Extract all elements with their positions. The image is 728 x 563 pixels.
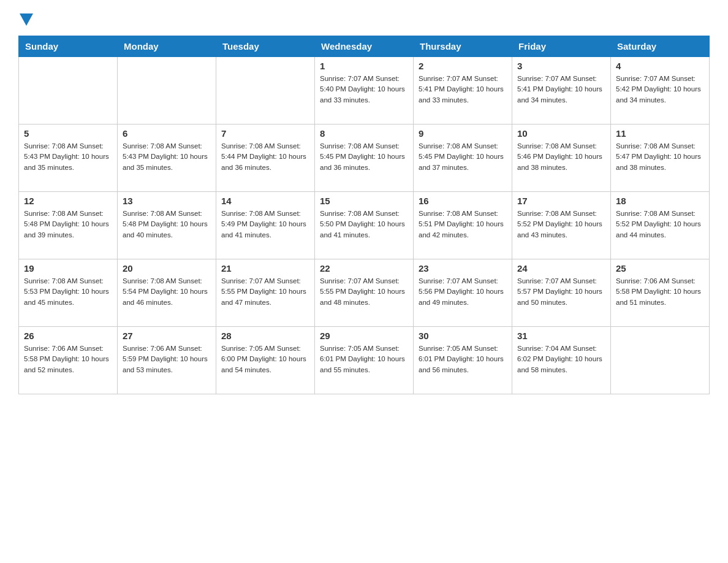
day-of-week-header: Monday <box>118 36 216 57</box>
calendar-cell: 1Sunrise: 7:07 AM Sunset: 5:40 PM Daylig… <box>315 57 414 124</box>
day-number: 1 <box>320 61 408 71</box>
day-info: Sunrise: 7:07 AM Sunset: 5:42 PM Dayligh… <box>616 74 704 105</box>
day-number: 21 <box>221 263 309 274</box>
calendar-week-row: 19Sunrise: 7:08 AM Sunset: 5:53 PM Dayli… <box>19 259 710 327</box>
calendar-cell: 14Sunrise: 7:08 AM Sunset: 5:49 PM Dayli… <box>216 192 315 259</box>
day-number: 28 <box>221 331 309 341</box>
calendar-cell: 11Sunrise: 7:08 AM Sunset: 5:47 PM Dayli… <box>611 124 710 192</box>
day-info: Sunrise: 7:08 AM Sunset: 5:52 PM Dayligh… <box>616 209 704 240</box>
calendar-cell: 3Sunrise: 7:07 AM Sunset: 5:41 PM Daylig… <box>512 57 611 124</box>
calendar-cell: 4Sunrise: 7:07 AM Sunset: 5:42 PM Daylig… <box>611 57 710 124</box>
day-info: Sunrise: 7:08 AM Sunset: 5:51 PM Dayligh… <box>419 209 507 240</box>
calendar-cell: 5Sunrise: 7:08 AM Sunset: 5:43 PM Daylig… <box>19 124 118 192</box>
day-info: Sunrise: 7:07 AM Sunset: 5:57 PM Dayligh… <box>517 276 605 308</box>
day-number: 24 <box>517 263 605 274</box>
day-info: Sunrise: 7:07 AM Sunset: 5:55 PM Dayligh… <box>221 276 309 308</box>
calendar-cell: 31Sunrise: 7:04 AM Sunset: 6:02 PM Dayli… <box>512 327 611 394</box>
day-number: 13 <box>123 196 211 206</box>
calendar-cell: 28Sunrise: 7:05 AM Sunset: 6:00 PM Dayli… <box>216 327 315 394</box>
day-info: Sunrise: 7:08 AM Sunset: 5:48 PM Dayligh… <box>123 209 211 240</box>
calendar-cell: 18Sunrise: 7:08 AM Sunset: 5:52 PM Dayli… <box>611 192 710 259</box>
calendar-cell: 8Sunrise: 7:08 AM Sunset: 5:45 PM Daylig… <box>315 124 414 192</box>
calendar-cell: 13Sunrise: 7:08 AM Sunset: 5:48 PM Dayli… <box>118 192 216 259</box>
page-header <box>18 12 710 26</box>
day-info: Sunrise: 7:08 AM Sunset: 5:48 PM Dayligh… <box>24 209 112 240</box>
day-number: 14 <box>221 196 309 206</box>
day-of-week-header: Sunday <box>19 36 118 57</box>
calendar-week-row: 5Sunrise: 7:08 AM Sunset: 5:43 PM Daylig… <box>19 124 710 192</box>
day-info: Sunrise: 7:05 AM Sunset: 6:00 PM Dayligh… <box>221 343 309 375</box>
day-info: Sunrise: 7:06 AM Sunset: 5:58 PM Dayligh… <box>24 343 112 375</box>
day-info: Sunrise: 7:08 AM Sunset: 5:44 PM Dayligh… <box>221 141 309 173</box>
day-info: Sunrise: 7:08 AM Sunset: 5:43 PM Dayligh… <box>24 141 112 173</box>
day-number: 20 <box>123 263 211 274</box>
day-number: 15 <box>320 196 408 206</box>
calendar-cell: 20Sunrise: 7:08 AM Sunset: 5:54 PM Dayli… <box>118 259 216 327</box>
day-number: 27 <box>123 331 211 341</box>
calendar-body: 1Sunrise: 7:07 AM Sunset: 5:40 PM Daylig… <box>19 57 710 394</box>
calendar-cell: 17Sunrise: 7:08 AM Sunset: 5:52 PM Dayli… <box>512 192 611 259</box>
logo <box>18 12 33 26</box>
logo-arrow-icon <box>20 13 33 26</box>
calendar-cell: 12Sunrise: 7:08 AM Sunset: 5:48 PM Dayli… <box>19 192 118 259</box>
day-info: Sunrise: 7:07 AM Sunset: 5:41 PM Dayligh… <box>517 74 605 105</box>
calendar-cell: 25Sunrise: 7:06 AM Sunset: 5:58 PM Dayli… <box>611 259 710 327</box>
day-number: 12 <box>24 196 112 206</box>
day-number: 23 <box>419 263 507 274</box>
svg-marker-0 <box>20 13 33 26</box>
calendar-cell: 10Sunrise: 7:08 AM Sunset: 5:46 PM Dayli… <box>512 124 611 192</box>
calendar-week-row: 12Sunrise: 7:08 AM Sunset: 5:48 PM Dayli… <box>19 192 710 259</box>
calendar-cell: 23Sunrise: 7:07 AM Sunset: 5:56 PM Dayli… <box>414 259 512 327</box>
day-number: 2 <box>419 61 507 71</box>
day-info: Sunrise: 7:08 AM Sunset: 5:49 PM Dayligh… <box>221 209 309 240</box>
day-number: 11 <box>616 128 704 139</box>
day-number: 26 <box>24 331 112 341</box>
calendar-cell: 16Sunrise: 7:08 AM Sunset: 5:51 PM Dayli… <box>414 192 512 259</box>
day-of-week-header: Tuesday <box>216 36 315 57</box>
day-number: 6 <box>123 128 211 139</box>
day-header-row: SundayMondayTuesdayWednesdayThursdayFrid… <box>19 36 710 57</box>
day-info: Sunrise: 7:07 AM Sunset: 5:55 PM Dayligh… <box>320 276 408 308</box>
day-of-week-header: Saturday <box>611 36 710 57</box>
day-info: Sunrise: 7:04 AM Sunset: 6:02 PM Dayligh… <box>517 343 605 375</box>
day-info: Sunrise: 7:08 AM Sunset: 5:54 PM Dayligh… <box>123 276 211 308</box>
day-info: Sunrise: 7:08 AM Sunset: 5:45 PM Dayligh… <box>320 141 408 173</box>
day-info: Sunrise: 7:07 AM Sunset: 5:56 PM Dayligh… <box>419 276 507 308</box>
day-number: 10 <box>517 128 605 139</box>
calendar-cell: 30Sunrise: 7:05 AM Sunset: 6:01 PM Dayli… <box>414 327 512 394</box>
calendar-cell: 9Sunrise: 7:08 AM Sunset: 5:45 PM Daylig… <box>414 124 512 192</box>
calendar-table: SundayMondayTuesdayWednesdayThursdayFrid… <box>18 36 710 394</box>
day-number: 30 <box>419 331 507 341</box>
calendar-cell: 7Sunrise: 7:08 AM Sunset: 5:44 PM Daylig… <box>216 124 315 192</box>
day-info: Sunrise: 7:08 AM Sunset: 5:52 PM Dayligh… <box>517 209 605 240</box>
day-number: 9 <box>419 128 507 139</box>
day-number: 18 <box>616 196 704 206</box>
day-info: Sunrise: 7:07 AM Sunset: 5:41 PM Dayligh… <box>419 74 507 105</box>
calendar-cell: 27Sunrise: 7:06 AM Sunset: 5:59 PM Dayli… <box>118 327 216 394</box>
day-of-week-header: Wednesday <box>315 36 414 57</box>
day-number: 29 <box>320 331 408 341</box>
calendar-cell: 22Sunrise: 7:07 AM Sunset: 5:55 PM Dayli… <box>315 259 414 327</box>
day-info: Sunrise: 7:07 AM Sunset: 5:40 PM Dayligh… <box>320 74 408 105</box>
day-of-week-header: Thursday <box>414 36 512 57</box>
day-number: 5 <box>24 128 112 139</box>
day-number: 3 <box>517 61 605 71</box>
calendar-cell <box>19 57 118 124</box>
day-number: 4 <box>616 61 704 71</box>
calendar-week-row: 26Sunrise: 7:06 AM Sunset: 5:58 PM Dayli… <box>19 327 710 394</box>
day-of-week-header: Friday <box>512 36 611 57</box>
day-info: Sunrise: 7:06 AM Sunset: 5:59 PM Dayligh… <box>123 343 211 375</box>
day-number: 19 <box>24 263 112 274</box>
day-number: 31 <box>517 331 605 341</box>
calendar-cell <box>118 57 216 124</box>
calendar-cell: 19Sunrise: 7:08 AM Sunset: 5:53 PM Dayli… <box>19 259 118 327</box>
calendar-cell: 24Sunrise: 7:07 AM Sunset: 5:57 PM Dayli… <box>512 259 611 327</box>
calendar-cell: 26Sunrise: 7:06 AM Sunset: 5:58 PM Dayli… <box>19 327 118 394</box>
calendar-cell <box>611 327 710 394</box>
day-info: Sunrise: 7:05 AM Sunset: 6:01 PM Dayligh… <box>320 343 408 375</box>
calendar-week-row: 1Sunrise: 7:07 AM Sunset: 5:40 PM Daylig… <box>19 57 710 124</box>
day-info: Sunrise: 7:08 AM Sunset: 5:46 PM Dayligh… <box>517 141 605 173</box>
day-info: Sunrise: 7:08 AM Sunset: 5:43 PM Dayligh… <box>123 141 211 173</box>
calendar-cell: 6Sunrise: 7:08 AM Sunset: 5:43 PM Daylig… <box>118 124 216 192</box>
day-info: Sunrise: 7:08 AM Sunset: 5:45 PM Dayligh… <box>419 141 507 173</box>
